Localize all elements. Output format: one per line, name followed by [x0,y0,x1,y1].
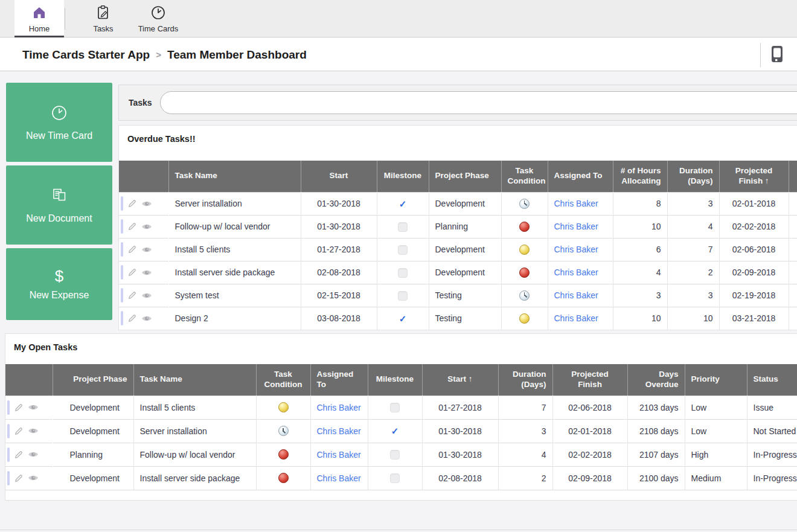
nav-tab-home[interactable]: Home [14,0,64,37]
assigned-to-link[interactable]: Chris Baker [317,473,361,483]
edit-pencil-icon[interactable] [127,199,137,208]
cell-task-name: Install server side package [133,466,256,490]
side-button-label: New Document [26,213,92,224]
view-eye-icon[interactable] [28,427,39,435]
assigned-to-link[interactable]: Chris Baker [554,199,598,208]
cell-assigned-to: Chris Baker [548,307,613,330]
assigned-to-link[interactable]: Chris Baker [554,268,598,277]
header-task-name[interactable]: Task Name [133,364,256,396]
header-project-phase[interactable]: Project Phase [429,161,501,192]
header-status[interactable]: Status [747,364,797,396]
assigned-to-link[interactable]: Chris Baker [317,426,361,436]
header-hours[interactable]: # of Hours Allocating [613,161,667,192]
condition-orb [519,313,530,324]
tasks-filter-label: Tasks [129,85,152,120]
cell-task-condition [501,284,548,307]
cell-hours: 4 [613,261,667,284]
edit-pencil-icon[interactable] [14,426,24,436]
header-task-condition[interactable]: Task Condition [501,161,548,192]
header-days-overdue[interactable]: Days Overdue [627,364,685,396]
cell-task-name: Install 5 clients [168,238,301,261]
edit-pencil-icon[interactable] [127,290,137,300]
table-row: System test 02-15-2018 Testing Chris Bak… [119,284,797,307]
view-eye-icon[interactable] [28,403,39,411]
view-eye-icon[interactable] [141,292,152,300]
view-eye-icon[interactable] [141,315,152,322]
header-divider [760,43,761,67]
edit-pencil-icon[interactable] [127,313,137,323]
edit-pencil-icon[interactable] [127,268,137,277]
edit-pencil-icon[interactable] [14,403,24,412]
header-start[interactable]: Start [301,161,377,192]
cell-assigned-to: Chris Baker [548,261,613,284]
view-eye-icon[interactable] [28,450,39,458]
row-accent-bar [121,265,123,280]
view-eye-icon[interactable] [141,246,152,254]
cell-assigned-to: Chris Baker [548,215,613,238]
edit-pencil-icon[interactable] [127,245,137,254]
header-actions [5,364,53,396]
assigned-to-link[interactable]: Chris Baker [554,222,598,231]
nav-tab-label: Tasks [93,24,113,33]
breadcrumb-separator: > [156,50,161,60]
edit-pencil-icon[interactable] [14,450,24,460]
header-duration[interactable]: Duration (Days) [498,364,552,396]
cell-hours: 3 [613,284,667,307]
edit-pencil-icon[interactable] [14,473,24,483]
milestone-checkbox [398,291,408,301]
cell-start: 01-30-2018 [422,419,498,443]
header-duration[interactable]: Duration (Days) [667,161,719,192]
cell-task-condition [256,396,310,419]
cell-start: 01-30-2018 [301,215,377,238]
header-projected-finish[interactable]: Projected Finish [552,364,627,396]
view-eye-icon[interactable] [141,269,152,277]
new-document-button[interactable]: New Document [6,165,112,245]
tasks-search-input[interactable] [160,91,797,114]
cell-task-name: Install server side package [168,261,301,284]
breadcrumb-app-link[interactable]: Time Cards Starter App [22,48,150,62]
header-assigned-to[interactable]: Assigned To [548,161,613,192]
nav-tab-tasks[interactable]: Tasks [80,0,127,37]
condition-orb [519,222,530,232]
clock-icon [150,5,166,22]
table-row: Development Install 5 clients Chris Bake… [5,396,797,419]
header-projected-finish[interactable]: Projected Finish ↑ [719,161,789,192]
row-actions [119,215,168,238]
nav-tab-label: Time Cards [138,24,179,33]
header-start[interactable]: Start ↑ [422,364,498,396]
row-accent-bar [121,288,123,303]
header-priority[interactable]: Priority [685,364,747,396]
cell-assigned-to: Chris Baker [310,443,368,466]
cell-assigned-to: Chris Baker [548,192,613,215]
header-milestone[interactable]: Milestone [377,161,429,192]
new-expense-button[interactable]: $ New Expense [6,248,112,320]
new-time-card-button[interactable]: New Time Card [6,83,112,162]
header-milestone[interactable]: Milestone [368,364,422,396]
assigned-to-link[interactable]: Chris Baker [554,313,598,323]
header-assigned-to[interactable]: Assigned To [310,364,368,396]
clock-icon [50,104,68,124]
assigned-to-link[interactable]: Chris Baker [317,450,361,460]
header-task-condition[interactable]: Task Condition [256,364,310,396]
cell-project-phase: Planning [429,215,501,238]
table-row: Install server side package 02-08-2018 D… [119,261,797,284]
mobile-preview-button[interactable] [769,46,785,65]
cell-priority: Medium [685,466,747,490]
my-open-tasks-panel: My Open Tasks Project Phase Task Name Ta… [5,333,797,501]
nav-tab-time-cards[interactable]: Time Cards [129,0,187,37]
nav-divider [65,8,65,30]
overdue-tasks-title: Overdue Tasks!! [127,134,196,144]
assigned-to-link[interactable]: Chris Baker [554,290,598,300]
view-eye-icon[interactable] [141,200,152,208]
row-actions [5,466,53,490]
assigned-to-link[interactable]: Chris Baker [554,245,598,254]
nav-tab-label: Home [29,24,50,33]
edit-pencil-icon[interactable] [127,222,137,231]
view-eye-icon[interactable] [141,223,152,231]
header-project-phase[interactable]: Project Phase [53,364,133,396]
cell-assigned-to: Chris Baker [548,238,613,261]
view-eye-icon[interactable] [28,474,39,482]
assigned-to-link[interactable]: Chris Baker [317,403,361,412]
header-task-name[interactable]: Task Name [168,161,301,192]
milestone-checkbox [390,403,400,412]
